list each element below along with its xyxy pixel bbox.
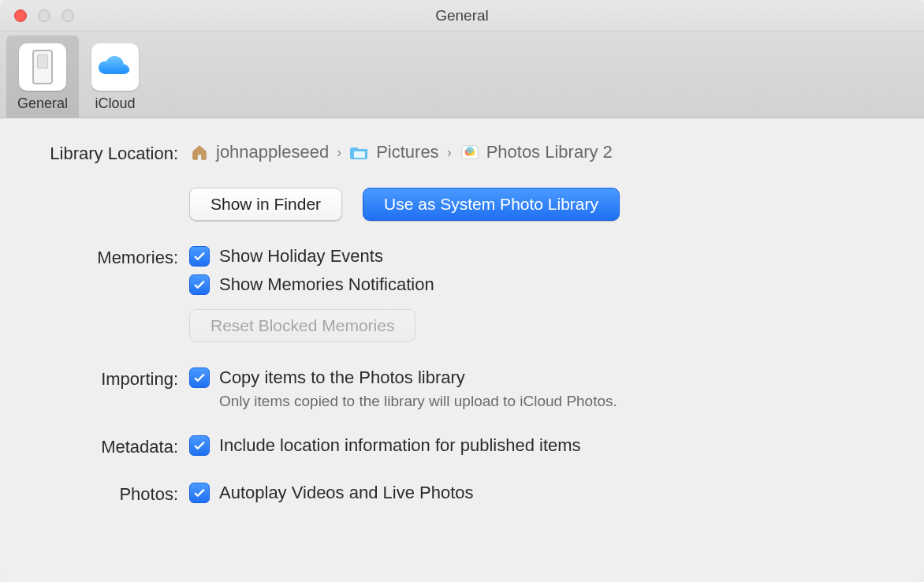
tab-general-label: General xyxy=(17,95,68,112)
autoplay-checkbox-row[interactable]: Autoplay Videos and Live Photos xyxy=(189,483,900,503)
breadcrumb-text: Pictures xyxy=(376,142,438,162)
use-as-system-photo-library-button[interactable]: Use as System Photo Library xyxy=(363,188,620,221)
photos-label: Photos: xyxy=(24,483,189,505)
breadcrumb-text: johnappleseed xyxy=(216,142,329,162)
tab-icloud[interactable]: iCloud xyxy=(79,35,151,118)
preferences-toolbar: General iCloud xyxy=(0,32,924,118)
checkbox-label: Copy items to the Photos library xyxy=(219,367,465,388)
show-memories-notification-checkbox-row[interactable]: Show Memories Notification xyxy=(189,274,900,295)
minimize-window-button[interactable] xyxy=(38,9,50,22)
chevron-right-icon: › xyxy=(447,144,452,161)
button-label: Reset Blocked Memories xyxy=(211,316,394,335)
checkbox-label: Show Memories Notification xyxy=(219,274,434,295)
chevron-right-icon: › xyxy=(337,144,341,161)
importing-row: Importing: Copy items to the Photos libr… xyxy=(24,367,900,410)
breadcrumb: johnappleseed › Pictures › Pho xyxy=(189,142,900,162)
home-icon xyxy=(189,144,210,161)
preferences-window: General General iCloud Library Location: xyxy=(0,0,924,582)
breadcrumb-item-pictures[interactable]: Pictures xyxy=(349,142,438,162)
content-area: Library Location: johnappleseed › P xyxy=(0,118,924,582)
button-label: Show in Finder xyxy=(211,195,321,214)
metadata-label: Metadata: xyxy=(24,435,189,457)
titlebar: General xyxy=(0,0,924,32)
breadcrumb-item-library[interactable]: Photos Library 2 xyxy=(460,142,613,162)
photos-library-icon xyxy=(460,144,480,161)
svg-rect-0 xyxy=(354,151,365,158)
zoom-window-button[interactable] xyxy=(61,9,74,22)
checkbox-label: Show Holiday Events xyxy=(219,246,383,267)
library-location-row: Library Location: johnappleseed › P xyxy=(24,142,900,221)
checkbox-checked-icon xyxy=(189,435,210,456)
checkbox-checked-icon xyxy=(189,367,210,388)
breadcrumb-text: Photos Library 2 xyxy=(486,142,613,162)
icloud-icon xyxy=(91,43,139,91)
window-title: General xyxy=(0,7,924,24)
photos-row: Photos: Autoplay Videos and Live Photos xyxy=(24,483,900,505)
close-window-button[interactable] xyxy=(14,9,27,22)
memories-row: Memories: Show Holiday Events Show Memor… xyxy=(24,246,900,342)
checkbox-checked-icon xyxy=(189,246,210,267)
traffic-lights xyxy=(0,9,74,22)
tab-general[interactable]: General xyxy=(6,35,79,118)
svg-point-4 xyxy=(466,147,473,154)
button-label: Use as System Photo Library xyxy=(384,195,598,214)
memories-label: Memories: xyxy=(24,246,189,268)
checkbox-label: Autoplay Videos and Live Photos xyxy=(219,483,474,503)
folder-pictures-icon xyxy=(349,144,370,161)
switch-icon xyxy=(19,43,66,91)
breadcrumb-item-home[interactable]: johnappleseed xyxy=(189,142,329,162)
checkbox-checked-icon xyxy=(189,274,210,295)
copy-items-checkbox-row[interactable]: Copy items to the Photos library xyxy=(189,367,900,388)
checkbox-label: Include location information for publish… xyxy=(219,435,581,456)
importing-label: Importing: xyxy=(24,367,189,390)
metadata-row: Metadata: Include location information f… xyxy=(24,435,900,457)
importing-help-text: Only items copied to the library will up… xyxy=(219,393,900,410)
include-location-checkbox-row[interactable]: Include location information for publish… xyxy=(189,435,900,456)
reset-blocked-memories-button[interactable]: Reset Blocked Memories xyxy=(189,309,415,342)
show-in-finder-button[interactable]: Show in Finder xyxy=(189,188,342,221)
show-holiday-events-checkbox-row[interactable]: Show Holiday Events xyxy=(189,246,900,267)
checkbox-checked-icon xyxy=(189,483,210,503)
library-location-label: Library Location: xyxy=(24,142,189,164)
tab-icloud-label: iCloud xyxy=(95,95,135,112)
